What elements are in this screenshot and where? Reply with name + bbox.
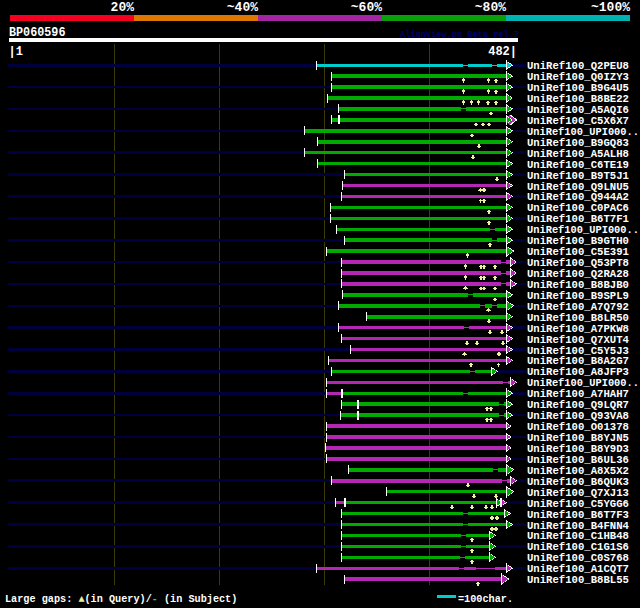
svg-text:UniRef100_B8BL55: UniRef100_B8BL55 — [527, 574, 629, 586]
svg-text:20%: 20% — [111, 0, 135, 15]
svg-text:AlignView.pm Beta rel.7: AlignView.pm Beta rel.7 — [400, 29, 519, 40]
svg-text:482|: 482| — [488, 45, 517, 59]
svg-text:Large gaps: ▲(in Query)/- (in: Large gaps: ▲(in Query)/- (in Subject) — [5, 594, 237, 605]
svg-text:BP060596: BP060596 — [9, 25, 66, 40]
svg-text:~80%: ~80% — [475, 0, 506, 15]
svg-text:~40%: ~40% — [227, 0, 258, 15]
svg-text:=100char.: =100char. — [458, 594, 513, 605]
svg-text:|1: |1 — [9, 45, 23, 59]
svg-text:~60%: ~60% — [351, 0, 382, 15]
svg-text:~100%: ~100% — [591, 0, 630, 15]
